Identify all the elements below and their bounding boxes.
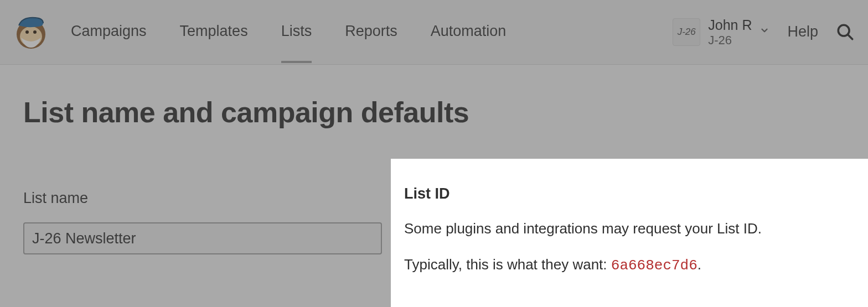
list-name-input[interactable] [23,222,382,254]
list-id-code[interactable]: 6a668ec7d6 [611,257,698,274]
chevron-down-icon [760,25,769,38]
account-text: John R J-26 [708,17,752,48]
top-nav: Campaigns Templates Lists Reports Automa… [0,0,868,65]
search-icon[interactable] [836,23,855,41]
list-name-label: List name [23,190,372,207]
nav-campaigns[interactable]: Campaigns [71,23,147,42]
account-avatar: J-26 [673,18,700,46]
mailchimp-logo-icon[interactable] [13,14,49,50]
svg-line-5 [848,35,852,39]
nav-help[interactable]: Help [787,23,818,40]
list-id-panel: List ID Some plugins and integrations ma… [391,159,868,307]
nav-lists[interactable]: Lists [281,23,312,42]
list-id-prefix: Typically, this is what they want: [404,256,611,273]
account-menu[interactable]: J-26 John R J-26 [673,17,769,48]
nav-templates[interactable]: Templates [180,23,248,42]
nav-reports[interactable]: Reports [345,23,397,42]
svg-point-2 [25,30,29,34]
account-name: John R [708,17,752,33]
svg-point-3 [33,30,37,34]
account-sub: J-26 [708,33,752,48]
list-id-description: Some plugins and integrations may reques… [404,218,855,240]
right-nav: J-26 John R J-26 Help [673,17,855,48]
list-id-heading: List ID [404,185,855,202]
list-name-column: List name [23,190,389,254]
nav-automation[interactable]: Automation [431,23,507,42]
list-id-suffix: . [698,256,701,273]
main-nav: Campaigns Templates Lists Reports Automa… [71,23,506,42]
page-title: List name and campaign defaults [23,96,845,129]
list-id-value-line: Typically, this is what they want: 6a668… [404,256,855,274]
